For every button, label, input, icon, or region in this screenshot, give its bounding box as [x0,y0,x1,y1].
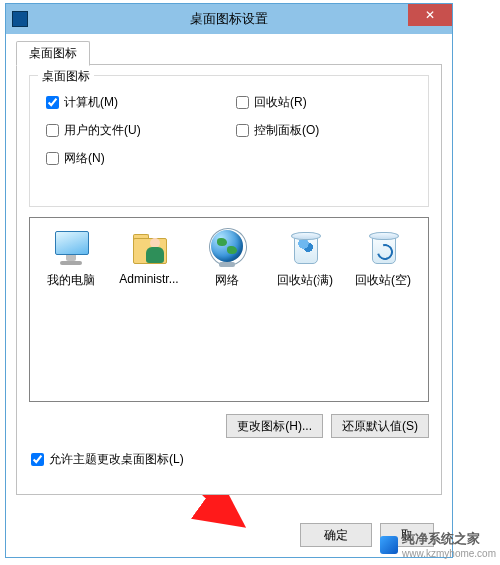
watermark-text: 纯净系统之家 [402,530,496,548]
tab-desktop-icons[interactable]: 桌面图标 [16,41,90,66]
label-network: 网络(N) [64,150,105,167]
close-icon: ✕ [425,9,435,21]
checkbox-computer[interactable] [46,96,59,109]
computer-icon [51,228,91,268]
client-area: 桌面图标 桌面图标 计算机(M) 回收站(R) 用户的文件(U) [6,34,452,557]
preview-label: 我的电脑 [32,272,110,289]
close-button[interactable]: ✕ [408,4,452,26]
checkbox-network[interactable] [46,152,59,165]
preview-label: 回收站(满) [266,272,344,289]
ok-button[interactable]: 确定 [300,523,372,547]
label-control: 控制面板(O) [254,122,319,139]
icon-buttons-row: 更改图标(H)... 还原默认值(S) [226,414,429,438]
watermark-url: www.kzmyhome.com [402,548,496,559]
group-desktop-icons: 桌面图标 计算机(M) 回收站(R) 用户的文件(U) 控制面板(O) [29,75,429,207]
tab-panel: 桌面图标 计算机(M) 回收站(R) 用户的文件(U) 控制面板(O) [16,64,442,495]
check-row-userfiles: 用户的文件(U) [46,122,141,139]
preview-item-recycle-empty[interactable]: 回收站(空) [344,228,422,289]
check-row-network: 网络(N) [46,150,105,167]
label-computer: 计算机(M) [64,94,118,111]
preview-item-recycle-full[interactable]: 回收站(满) [266,228,344,289]
checkbox-control[interactable] [236,124,249,137]
watermark-logo-icon [380,536,398,554]
change-icon-button[interactable]: 更改图标(H)... [226,414,323,438]
network-icon [207,228,247,268]
check-row-control: 控制面板(O) [236,122,319,139]
window-title: 桌面图标设置 [6,10,452,28]
preview-label: Administr... [110,272,188,286]
recycle-full-icon [285,228,325,268]
check-row-computer: 计算机(M) [46,94,118,111]
label-recycle: 回收站(R) [254,94,307,111]
preview-label: 回收站(空) [344,272,422,289]
preview-item-network[interactable]: 网络 [188,228,266,289]
checkbox-recycle[interactable] [236,96,249,109]
recycle-empty-icon [363,228,403,268]
user-folder-icon [129,228,169,268]
restore-default-button[interactable]: 还原默认值(S) [331,414,429,438]
preview-label: 网络 [188,272,266,289]
group-title: 桌面图标 [38,68,94,85]
icon-preview-list[interactable]: 我的电脑 Administr... 网络 [29,217,429,402]
label-userfiles: 用户的文件(U) [64,122,141,139]
preview-item-computer[interactable]: 我的电脑 [32,228,110,289]
desktop-icon-settings-window: 桌面图标设置 ✕ 桌面图标 桌面图标 计算机(M) 回收站(R) [5,3,453,558]
label-allow-themes: 允许主题更改桌面图标(L) [49,451,184,468]
titlebar[interactable]: 桌面图标设置 ✕ [6,4,452,34]
preview-item-user[interactable]: Administr... [110,228,188,289]
check-row-recycle: 回收站(R) [236,94,307,111]
checkbox-allow-themes[interactable] [31,453,44,466]
watermark: 纯净系统之家 www.kzmyhome.com [380,530,496,559]
allow-themes-row: 允许主题更改桌面图标(L) [31,451,184,468]
checkbox-userfiles[interactable] [46,124,59,137]
tab-strip: 桌面图标 [16,41,90,65]
